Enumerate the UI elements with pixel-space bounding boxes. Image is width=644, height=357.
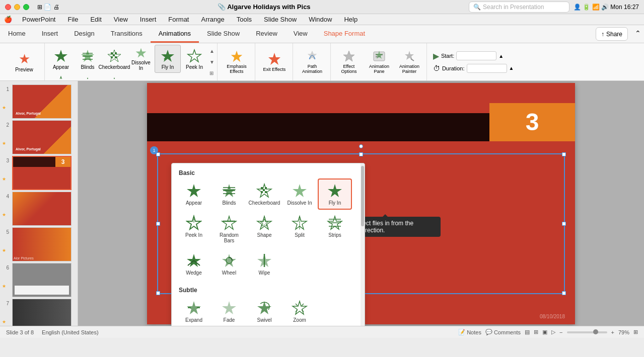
anim-item-expand[interactable]: Expand	[177, 296, 211, 326]
slide-thumb-7[interactable]: 7 ★ FilmFrei...	[2, 299, 76, 326]
anim-appear[interactable]: Appear	[48, 45, 74, 73]
zoom-out-button[interactable]: −	[559, 329, 562, 335]
duration-input[interactable]	[467, 64, 507, 73]
menu-file[interactable]: File	[65, 16, 80, 23]
svg-marker-41	[328, 184, 342, 197]
tab-review[interactable]: Review	[248, 25, 285, 43]
menu-help[interactable]: Help	[342, 16, 360, 23]
slide-thumb-4[interactable]: 4 ★	[2, 192, 76, 226]
anim-checkerboard[interactable]: Checkerboard	[101, 45, 127, 73]
animation-panel[interactable]: Basic Appear Blinds Checkerb	[171, 163, 365, 326]
anim-flyin[interactable]: Fly In	[155, 45, 181, 73]
tab-shape-format[interactable]: Shape Format	[316, 25, 373, 43]
menu-format[interactable]: Format	[166, 16, 191, 23]
menu-tools[interactable]: Tools	[235, 16, 254, 23]
tab-insert[interactable]: Insert	[34, 25, 66, 43]
menu-view[interactable]: View	[112, 16, 130, 23]
anim-dissolve[interactable]: Dissolve In	[128, 45, 154, 73]
scroll-up-button[interactable]: ▲	[209, 48, 215, 54]
anim-item-strips[interactable]: Strips	[318, 211, 352, 247]
share-button[interactable]: ↑ Share	[596, 27, 628, 41]
handle-top-right[interactable]	[562, 152, 566, 156]
slide-thumb-6[interactable]: 6 ★	[2, 263, 76, 297]
anim-item-fade[interactable]: Fade	[212, 296, 246, 326]
anim-item-blinds[interactable]: Blinds	[212, 178, 246, 210]
animation-painter-button[interactable]: Animation Painter	[395, 47, 423, 77]
tab-view[interactable]: View	[285, 25, 316, 43]
tab-transitions[interactable]: Transitions	[103, 25, 151, 43]
svg-marker-0	[54, 50, 67, 62]
maximize-button[interactable]	[23, 4, 29, 10]
tab-home[interactable]: Home	[0, 25, 34, 43]
apple-menu[interactable]: 🍎	[4, 16, 12, 23]
view-slideshow-button[interactable]: ▷	[551, 329, 555, 335]
anim-item-split[interactable]: Split	[282, 211, 317, 247]
fit-page-button[interactable]: ⊞	[633, 329, 638, 335]
notes-button[interactable]: 📝 Notes	[458, 329, 481, 335]
anim-item-checkerboard[interactable]: Checkerboard	[247, 178, 281, 210]
effect-options-button[interactable]: Effect Options	[335, 47, 363, 77]
zoom-in-button[interactable]: +	[611, 329, 614, 335]
anim-split[interactable]: Split	[101, 73, 127, 79]
panel-scrollbar-thumb[interactable]	[361, 166, 364, 226]
anim-peekin[interactable]: Peek In	[181, 45, 207, 73]
minimize-button[interactable]	[14, 4, 20, 10]
anim-item-zoom[interactable]: Zoom	[282, 296, 317, 326]
animation-indicator: 1	[150, 146, 158, 154]
handle-mid-left[interactable]	[156, 222, 160, 226]
subtle-animations-grid: Expand Fade Swivel Zoom	[175, 296, 362, 326]
start-stepper-up[interactable]: ▲	[498, 53, 504, 59]
view-normal-button[interactable]: ▤	[525, 329, 530, 335]
exit-effects-button[interactable]: Exit Effects	[259, 48, 290, 76]
zoom-thumb[interactable]	[593, 329, 598, 334]
anim-item-dissolve[interactable]: Dissolve In	[282, 178, 317, 210]
tab-slideshow[interactable]: Slide Show	[199, 25, 248, 43]
slide-thumb-2[interactable]: 2 ★ Alvor, Portugal	[2, 120, 76, 154]
handle-mid-right[interactable]	[562, 222, 566, 226]
anim-item-peekin[interactable]: Peek In	[177, 211, 211, 247]
menu-edit[interactable]: Edit	[88, 16, 103, 23]
slide-thumb-3[interactable]: 3 ★ 3	[2, 156, 76, 190]
duration-stepper-up[interactable]: ▲	[509, 65, 514, 71]
menu-slideshow[interactable]: Slide Show	[262, 16, 299, 23]
anim-item-randombars[interactable]: Random Bars	[212, 211, 246, 247]
handle-bottom-left[interactable]	[156, 291, 160, 295]
start-input[interactable]	[456, 51, 496, 60]
scroll-more-button[interactable]: ⊞	[209, 70, 215, 76]
anim-randombars[interactable]: Random Bars	[48, 73, 74, 79]
anim-item-shape[interactable]: Shape	[247, 211, 281, 247]
collapse-ribbon-button[interactable]: ⌃	[632, 25, 644, 43]
anim-blinds[interactable]: Blinds	[75, 45, 101, 73]
tab-design[interactable]: Design	[66, 25, 102, 43]
menu-window[interactable]: Window	[307, 16, 334, 23]
slide-thumb-1[interactable]: 1 ★ Alvor, Portugal	[2, 84, 76, 119]
anim-item-flyin[interactable]: Fly In	[318, 178, 352, 210]
preview-button[interactable]: ★ Preview	[9, 48, 39, 76]
anim-item-wheel[interactable]: Wheel	[212, 248, 246, 280]
animation-pane-button[interactable]: Animation Pane	[365, 47, 393, 77]
handle-bottom-right[interactable]	[562, 291, 566, 295]
emphasis-effects-button[interactable]: Emphasis Effects	[222, 48, 252, 76]
panel-scrollbar[interactable]	[361, 163, 365, 326]
slide-thumb-5[interactable]: 5 ★ Alor Pictures	[2, 227, 76, 261]
comments-button[interactable]: 💬 Comments	[485, 329, 521, 335]
menu-insert[interactable]: Insert	[138, 16, 159, 23]
menu-powerpoint[interactable]: PowerPoint	[20, 16, 57, 23]
anim-item-appear[interactable]: Appear	[177, 178, 211, 210]
handle-top-mid[interactable]	[359, 152, 363, 156]
menu-arrange[interactable]: Arrange	[199, 16, 226, 23]
anim-item-wipe[interactable]: Wipe	[247, 248, 281, 280]
anim-item-swivel[interactable]: Swivel	[247, 296, 281, 326]
path-animation-button[interactable]: Path Animation	[297, 48, 327, 76]
close-button[interactable]	[5, 4, 11, 10]
tab-animations[interactable]: Animations	[151, 25, 199, 43]
anim-item-wedge[interactable]: Wedge	[177, 248, 211, 280]
view-reading-button[interactable]: ▣	[542, 329, 547, 335]
view-grid-button[interactable]: ⊞	[534, 329, 538, 335]
zoom-slider[interactable]	[567, 331, 607, 333]
canvas-area[interactable]: 3 1 08/10/2018 Text or object flies in	[78, 81, 644, 326]
scroll-down-button[interactable]: ▼	[209, 59, 215, 65]
search-box[interactable]: 🔍 Search in Presentation	[469, 2, 569, 13]
rotation-handle[interactable]	[359, 144, 363, 148]
anim-shape[interactable]: Shape	[75, 73, 101, 79]
